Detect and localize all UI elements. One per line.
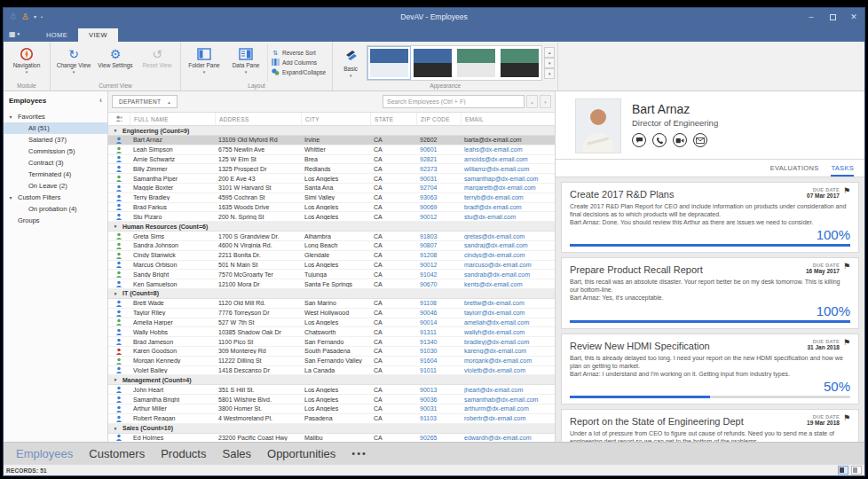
table-row[interactable]: Sandy Bright7570 McGroarty TerTujungaCA9…	[108, 270, 555, 279]
email-link[interactable]: samanthap@dx-email.com	[464, 176, 538, 182]
email-link[interactable]: margaretb@dx-email.com	[464, 185, 536, 191]
folder-pane-toggle-icon[interactable]	[838, 466, 848, 475]
table-row[interactable]: Taylor Riley7776 Torreyson DrWest Hollyw…	[108, 309, 555, 318]
email-link[interactable]: stu@dx-email.com	[464, 214, 516, 220]
email-link[interactable]: taylorr@dx-email.com	[464, 310, 525, 316]
task-card[interactable]: Prepare Product Recall ReportDUE DATE16 …	[561, 257, 859, 328]
theme-swatch-1[interactable]	[368, 47, 410, 79]
folder-pane-button[interactable]: Folder Pane ▾	[184, 43, 225, 82]
close-button[interactable]: ✕	[843, 9, 864, 25]
tree-item-commission[interactable]: Commission (5)	[4, 145, 107, 157]
table-row[interactable]: Leah Simpson6755 Newlin AveWhittierCA906…	[108, 145, 555, 155]
qat-dropdown-icon[interactable]: ▾	[34, 12, 36, 21]
email-link[interactable]: arnolds@dx-email.com	[464, 156, 528, 162]
zip-link[interactable]: 91103	[420, 415, 437, 421]
nav-item-opportunities[interactable]: Opportunities	[267, 447, 335, 460]
tree-section-favorites[interactable]: ▾Favorites	[4, 111, 107, 122]
collapse-pane-icon[interactable]: ‹	[99, 96, 102, 105]
flag-icon[interactable]: ⚑	[843, 263, 850, 271]
email-link[interactable]: sandraj@dx-email.com	[464, 242, 528, 248]
table-row[interactable]: Bart Arnaz13109 Old Myford RdIrvineCA926…	[108, 136, 555, 145]
email-link[interactable]: barta@dx-email.com	[464, 137, 522, 143]
theme-swatch-2[interactable]	[412, 47, 454, 79]
reverse-sort-button[interactable]: ⇅ Reverse Sort	[272, 50, 326, 57]
group-row[interactable]: ▾Engineering (Count=9)	[108, 126, 555, 136]
table-row[interactable]: Brett Wade1120 Old Mill Rd.San MarinoCA9…	[108, 299, 555, 309]
tree-item-terminated[interactable]: Terminated (4)	[4, 169, 107, 180]
email-link[interactable]: samanthab@dx-email.com	[464, 397, 538, 403]
nav-item-sales[interactable]: Sales	[222, 447, 251, 460]
table-row[interactable]: Samantha Bright5801 Wilshire Blvd.Los An…	[108, 395, 555, 404]
email-link[interactable]: jheart@dx-email.com	[464, 387, 523, 393]
task-card[interactable]: Review New HDMI SpecificationDUE DATE31 …	[561, 334, 859, 404]
email-link[interactable]: bradf@dx-email.com	[464, 204, 522, 210]
zip-link[interactable]: 91030	[420, 348, 437, 354]
table-row[interactable]: Stu Pizaro200 N. Spring StLos AngelesCA9…	[108, 212, 555, 222]
zip-link[interactable]: 93063	[420, 194, 437, 200]
table-row[interactable]: Karen Goodson309 Monterey RdSouth Pasade…	[108, 347, 555, 357]
group-by-department-button[interactable]: DEPARTMENT ▴	[112, 95, 178, 108]
zip-link[interactable]: 92704	[420, 185, 437, 191]
table-row[interactable]: Samantha Piper200 E Ave 43Los AngelesCA9…	[108, 174, 555, 184]
email-link[interactable]: brettw@dx-email.com	[464, 300, 525, 306]
email-link[interactable]: edwardh@dx-email.com	[464, 435, 532, 441]
flag-icon[interactable]: ⚑	[843, 414, 850, 422]
table-row[interactable]: Wally Hobbs10385 Shadow Oak DrChatsworth…	[108, 327, 555, 337]
call-button[interactable]	[652, 133, 667, 147]
zip-link[interactable]: 91011	[420, 367, 437, 373]
zip-link[interactable]: 90069	[420, 204, 437, 210]
table-row[interactable]: Ken Samuelson12100 Mora DrSanta Fe Sprin…	[108, 279, 555, 289]
table-row[interactable]: Sandra Johnson4600 N Virginia Rd.Long Be…	[108, 241, 555, 251]
zip-link[interactable]: 91340	[420, 339, 437, 345]
table-row[interactable]: Brad Farkus1635 Woods DriveLos AngelesCA…	[108, 203, 555, 213]
email-link[interactable]: marcuso@dx-email.com	[464, 262, 532, 268]
flag-icon[interactable]: ⚑	[843, 187, 850, 195]
tab-home[interactable]: HOME	[36, 28, 78, 42]
email-link[interactable]: gretas@dx-email.com	[464, 233, 525, 240]
zip-link[interactable]: 90265	[420, 435, 437, 441]
tree-section-groups[interactable]: Groups	[4, 215, 107, 226]
theme-swatch-3[interactable]	[455, 47, 497, 79]
zip-link[interactable]: 90012	[420, 214, 437, 220]
zip-link[interactable]: 91108	[420, 300, 437, 306]
change-view-button[interactable]: ↻ Change View ▾	[53, 43, 94, 82]
tab-evaluations[interactable]: EVALUATIONS	[770, 164, 819, 177]
chat-button[interactable]	[632, 133, 646, 147]
search-prev-button[interactable]: ▴	[526, 95, 538, 108]
column-header-state[interactable]: STATE	[370, 113, 416, 125]
table-row[interactable]: Marcus Orbison501 N Main StLos AngelesCA…	[108, 261, 555, 271]
basic-appearance-button[interactable]: Basic ▾	[335, 47, 366, 78]
reset-view-button[interactable]: ↺ Reset View	[137, 43, 178, 82]
zip-link[interactable]: 90670	[420, 281, 437, 287]
table-row[interactable]: Maggie Boxter3101 W Harvard StSanta AnaC…	[108, 184, 555, 193]
navigation-button[interactable]: Navigation ▾	[6, 43, 47, 82]
zip-link[interactable]: 90013	[420, 387, 437, 393]
gallery-down-button[interactable]: ▾	[544, 58, 555, 68]
table-row[interactable]: Robert Reagan4 Westmoreland Pl.PasadenaC…	[108, 414, 555, 424]
column-header-zip-code[interactable]: ZIP CODE	[416, 113, 461, 125]
email-link[interactable]: leahs@dx-email.com	[464, 146, 522, 153]
email-link[interactable]: cindys@dx-email.com	[464, 252, 525, 258]
email-link[interactable]: violetb@dx-email.com	[464, 367, 525, 373]
app-logo-icon[interactable]: ☃	[9, 12, 17, 21]
zip-link[interactable]: 90807	[420, 242, 437, 248]
employee-type-column-icon[interactable]	[108, 113, 130, 125]
column-header-email[interactable]: EMAIL	[461, 113, 555, 125]
zip-link[interactable]: 92602	[420, 137, 437, 143]
email-link[interactable]: ameliah@dx-email.com	[464, 319, 529, 326]
tree-section-custom-filters[interactable]: ▾Custom Filters	[4, 192, 107, 203]
group-row[interactable]: ▾IT (Count=8)	[108, 289, 555, 299]
email-link[interactable]: sandrab@dx-email.com	[464, 271, 530, 278]
email-link[interactable]: arthurm@dx-email.com	[464, 405, 529, 412]
zip-link[interactable]: 90031	[420, 176, 437, 182]
gallery-up-button[interactable]: ▴	[544, 47, 555, 58]
zip-link[interactable]: 90046	[420, 310, 437, 316]
email-link[interactable]: bradleyj@dx-email.com	[464, 339, 529, 345]
column-header-address[interactable]: ADDRESS	[215, 113, 301, 125]
tab-tasks[interactable]: TASKS	[831, 164, 854, 177]
flag-icon[interactable]: ⚑	[843, 339, 850, 347]
zip-link[interactable]: 91208	[420, 252, 437, 258]
group-row[interactable]: ▾Human Resources (Count=6)	[108, 222, 555, 232]
email-link[interactable]: wallyh@dx-email.com	[464, 329, 525, 335]
group-row[interactable]: ▾Management (Count=4)	[108, 375, 555, 385]
